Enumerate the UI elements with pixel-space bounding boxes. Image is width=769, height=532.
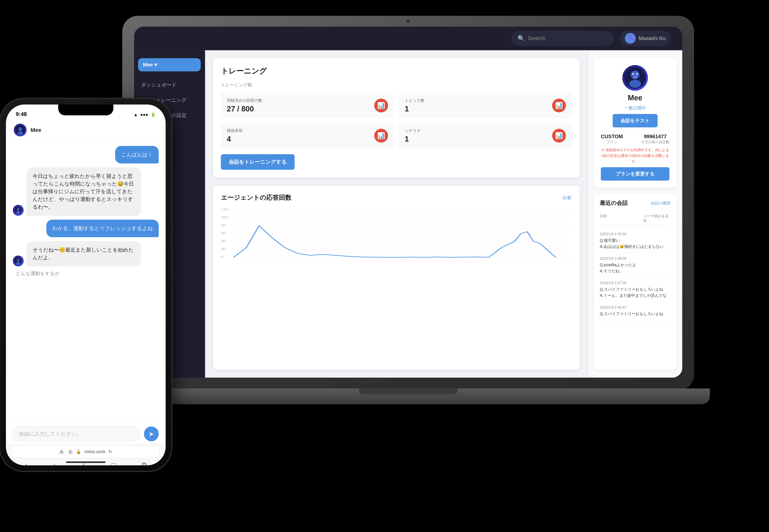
chart-title: エージェントの応答回数 bbox=[221, 193, 291, 202]
change-plan-button[interactable]: プランを変更する bbox=[601, 167, 669, 181]
stat-value-answers: 27 / 800 bbox=[227, 105, 262, 113]
row-q: Q.pixel6aよかったよ bbox=[600, 262, 670, 268]
tabs-button[interactable]: ⧉ bbox=[142, 461, 147, 465]
stat-item-casual: 雑談表現 4 📊 bbox=[221, 123, 394, 148]
row-date: 2023/1/9 1:09:34 bbox=[600, 232, 670, 236]
svg-text:120: 120 bbox=[221, 208, 228, 211]
svg-point-30 bbox=[17, 259, 20, 261]
right-panel: Mee 一般公開中 会話をテスト CUSTOM プラン bbox=[588, 50, 682, 378]
row-q: Q.スパイファミリーおもしろいよね bbox=[600, 311, 670, 316]
search-box[interactable]: 🔍 Search bbox=[511, 31, 614, 46]
svg-point-17 bbox=[631, 71, 639, 79]
row-a: A.あははは😸猫好きにはたまらない bbox=[600, 244, 670, 249]
table-row: 2023/1/9 1:09:09 Q.pixel6aよかったよ A.そうだね。 bbox=[600, 253, 670, 277]
laptop-body: 🔍 Search Masashi Ku bbox=[122, 16, 694, 390]
message-text-in-1: 今日はちょっと疲れたから早く寝ようと思ってたらこんな時間になっちゃった😅今日は仕… bbox=[27, 167, 141, 216]
svg-point-21 bbox=[633, 73, 634, 74]
battery-icon: 🔋 bbox=[150, 112, 156, 117]
table-row: 2023/1/9 1:09:34 Q.猫可愛い A.あははは😸猫好きにはたまらな… bbox=[600, 229, 670, 253]
training-subtitle: トレーニング数 bbox=[221, 82, 572, 88]
stat-icon-topics: 📊 bbox=[552, 99, 566, 112]
stat-item-topics: トピック数 1 📊 bbox=[399, 93, 572, 118]
search-placeholder: Search bbox=[528, 35, 545, 41]
stat-value-topics: 1 bbox=[405, 105, 425, 113]
svg-point-18 bbox=[629, 80, 641, 88]
table-row: 2023/1/9 1:06:47 Q.スパイファミリーおもしろいよね bbox=[600, 302, 670, 321]
laptop-base bbox=[106, 388, 710, 404]
chart-area: 120 100 80 60 40 20 0 bbox=[221, 208, 572, 263]
url-prefix: あ あ bbox=[60, 449, 73, 455]
sessions-value: 99961477 bbox=[641, 133, 669, 140]
stat-label-scenario: シナリオ bbox=[405, 128, 421, 133]
recent-title: 最近の会話 bbox=[600, 199, 628, 207]
ai-notice: ※ 高精度AIモデルを利用中です。AIによる1回の応答は通常の5回分の回数を消費… bbox=[601, 147, 669, 164]
stat-label-casual: 雑談表現 bbox=[227, 128, 243, 133]
plan-info: CUSTOM プラン 99961477 今月の残り会話数 bbox=[601, 130, 669, 144]
signal-icon: ●●● bbox=[140, 112, 148, 117]
train-button[interactable]: 会話をトレーニングする bbox=[221, 154, 295, 170]
browser-url-bar[interactable]: あ あ 🔒 mebo.work ↻ bbox=[12, 446, 160, 458]
profile-name: Mee bbox=[628, 94, 642, 102]
chat-messages: こんばんは！ 今日はちょっと疲れたから早く寝ようと思ってたらこんな時間になっちゃ… bbox=[6, 140, 166, 426]
message-out-2: わかる、運動するとリフレッシュするよね bbox=[46, 220, 159, 237]
typing-indicator: どんな運動をするか bbox=[13, 270, 159, 277]
profile-avatar bbox=[622, 65, 648, 91]
stat-icon-casual: 📊 bbox=[374, 129, 388, 143]
message-avatar bbox=[13, 205, 24, 216]
svg-text:0: 0 bbox=[221, 255, 223, 258]
table-row: 2023/1/9 1:07:34 Q.スパイファミリーおもしろいよね A.うーん… bbox=[600, 277, 670, 302]
avatar bbox=[625, 33, 636, 44]
table-header-qa: ユーザ発話 & 応答 bbox=[643, 214, 670, 223]
stat-label-answers: 登録済みの回答の数 bbox=[227, 98, 262, 103]
training-card: トレーニング トレーニング数 登録済みの回答の数 27 / 800 bbox=[213, 58, 580, 178]
svg-point-27 bbox=[17, 208, 20, 211]
message-in-2: そうだね〜😊最近また新しいことを始めたんだよ。 bbox=[13, 241, 159, 266]
svg-text:100: 100 bbox=[221, 216, 228, 219]
row-a: A.うーん、まだ途中までしか読んでな bbox=[600, 293, 670, 298]
row-date: 2023/1/9 1:07:34 bbox=[600, 281, 670, 285]
back-button[interactable]: ‹ bbox=[25, 461, 27, 466]
message-avatar-2 bbox=[13, 256, 24, 266]
url-text: mebo.work bbox=[84, 449, 105, 454]
profile-status: 一般公開中 bbox=[624, 105, 646, 111]
stat-value-scenario: 1 bbox=[405, 135, 421, 143]
home-indicator bbox=[66, 461, 105, 463]
laptop-base-notch bbox=[359, 388, 457, 394]
svg-text:20: 20 bbox=[221, 247, 226, 250]
sessions-label: 今月の残り会話数 bbox=[641, 140, 669, 144]
bookmark-button[interactable]: □ bbox=[111, 461, 116, 466]
phone-notch bbox=[58, 105, 113, 115]
message-out-1: こんばんは！ bbox=[115, 146, 159, 163]
top-bar: 🔍 Search Masashi Ku bbox=[134, 27, 682, 50]
stat-item-answers: 登録済みの回答の数 27 / 800 📊 bbox=[221, 93, 394, 118]
chat-input-field[interactable]: 自由に入力してください。 bbox=[13, 426, 140, 441]
svg-point-0 bbox=[629, 36, 632, 39]
svg-point-31 bbox=[16, 262, 20, 264]
training-title: トレーニング bbox=[221, 66, 572, 76]
laptop-screen-outer: 🔍 Search Masashi Ku bbox=[134, 27, 682, 378]
chat-agent-avatar bbox=[14, 124, 27, 136]
message-text-in-2: そうだね〜😊最近また新しいことを始めたんだよ。 bbox=[27, 241, 141, 266]
sidebar-item-dashboard[interactable]: ダッシュボード bbox=[134, 77, 205, 92]
recent-history-link[interactable]: 会話の履歴 bbox=[651, 201, 670, 206]
laptop: 🔍 Search Masashi Ku bbox=[122, 16, 694, 430]
svg-text:60: 60 bbox=[221, 231, 226, 235]
profile-section: Mee 一般公開中 会話をテスト CUSTOM プラン bbox=[594, 58, 676, 188]
phone: 9:48 ▲ ●●● 🔋 Mee bbox=[0, 99, 172, 473]
send-button[interactable]: ➤ bbox=[144, 427, 159, 441]
recent-section: 最近の会話 会話の履歴 日時 ユーザ発話 & 応答 2023/1/9 1:09:… bbox=[594, 193, 676, 370]
user-badge[interactable]: Masashi Ku bbox=[620, 31, 670, 46]
svg-point-25 bbox=[18, 131, 23, 135]
bot-selector-button[interactable]: Mee ▾ bbox=[138, 58, 201, 71]
test-conversation-button[interactable]: 会話をテスト bbox=[613, 114, 658, 127]
forward-button[interactable]: › bbox=[53, 461, 56, 466]
svg-point-22 bbox=[637, 73, 638, 74]
chat-input-bar: 自由に入力してください。 ➤ bbox=[6, 422, 166, 446]
url-refresh-icon[interactable]: ↻ bbox=[108, 449, 112, 454]
plan-value: CUSTOM bbox=[601, 133, 623, 140]
chat-header: Mee bbox=[6, 120, 166, 140]
stat-value-casual: 4 bbox=[227, 135, 243, 143]
chart-card: エージェントの応答回数 分析 120 100 80 bbox=[213, 186, 580, 370]
row-date: 2023/1/9 1:06:47 bbox=[600, 305, 670, 310]
chart-analysis-link[interactable]: 分析 bbox=[562, 195, 572, 201]
